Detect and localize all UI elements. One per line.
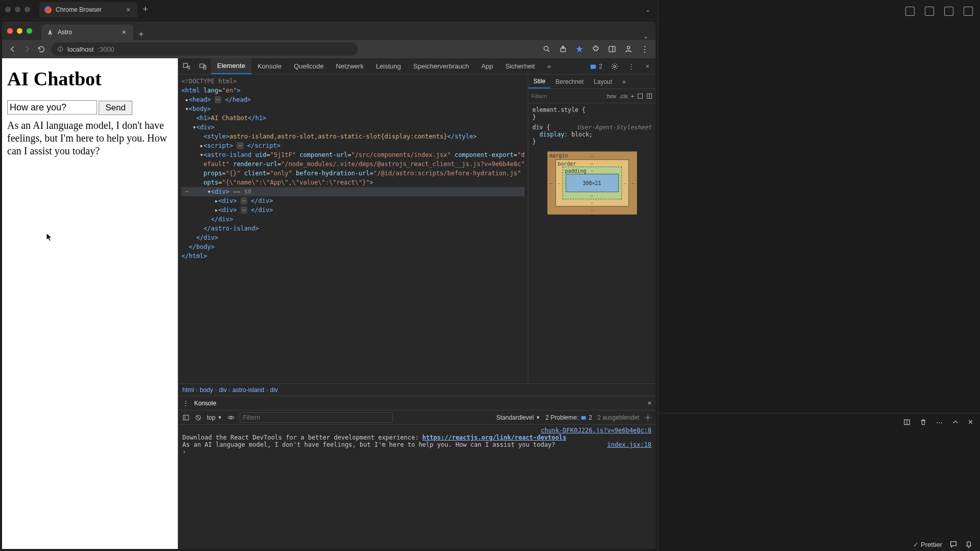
devtools-tab-elemente[interactable]: Elemente bbox=[211, 58, 251, 74]
outer-tabstrip: Chrome Browser × + ⌄ bbox=[0, 0, 658, 19]
astro-favicon-icon bbox=[46, 29, 54, 36]
console-sidebar-icon[interactable] bbox=[182, 414, 190, 421]
console-eye-icon[interactable] bbox=[227, 414, 235, 421]
devtools-tab-sicherheit[interactable]: Sicherheit bbox=[499, 58, 541, 74]
editor-panel-up-icon[interactable] bbox=[952, 419, 959, 426]
devtools-more-tabs-icon[interactable]: » bbox=[541, 58, 557, 74]
styles-filter-input[interactable] bbox=[531, 93, 602, 99]
devtools-settings-icon[interactable] bbox=[606, 58, 623, 74]
editor-layout-1-icon[interactable] bbox=[905, 7, 915, 16]
svg-rect-5 bbox=[609, 47, 615, 52]
styles-panel-icon[interactable] bbox=[646, 93, 652, 99]
console-filter-input[interactable] bbox=[240, 412, 393, 423]
extensions-icon[interactable] bbox=[591, 44, 600, 54]
styles-tab-berechnet[interactable]: Berechnet bbox=[550, 75, 589, 88]
console-drawer: ⋮ Konsole × bbox=[178, 396, 656, 549]
inner-traffic-lights[interactable] bbox=[7, 28, 32, 34]
dom-tree[interactable]: <!DOCTYPE html> <html lang="en"> ▸<head>… bbox=[178, 75, 528, 383]
svg-rect-14 bbox=[183, 415, 189, 420]
browser-tab[interactable]: Astro × bbox=[41, 25, 133, 40]
element-style-rule[interactable]: element.style { bbox=[532, 106, 651, 113]
div-rule-selector[interactable]: div { bbox=[532, 124, 550, 131]
outer-new-tab-button[interactable]: + bbox=[143, 4, 148, 15]
cls-toggle[interactable]: .cls bbox=[619, 93, 628, 99]
styles-tab-stile[interactable]: Stile bbox=[528, 75, 550, 88]
outer-tab-close-icon[interactable]: × bbox=[126, 6, 130, 14]
devtools-close-icon[interactable]: × bbox=[639, 58, 656, 74]
styles-more-icon[interactable]: » bbox=[617, 75, 631, 88]
styles-layout-icon[interactable] bbox=[637, 93, 643, 99]
console-context[interactable]: top▼ bbox=[207, 414, 222, 421]
tabs-dropdown-icon[interactable]: ⌄ bbox=[643, 33, 648, 40]
address-host: localhost bbox=[67, 45, 94, 53]
editor-panel-close-icon[interactable]: × bbox=[968, 418, 973, 427]
forward-button[interactable] bbox=[22, 44, 32, 54]
svg-rect-1 bbox=[60, 49, 61, 51]
editor-panel-split-icon[interactable] bbox=[903, 419, 911, 426]
console-drawer-menu-icon[interactable]: ⋮ bbox=[182, 399, 189, 407]
devtools-tab-app[interactable]: App bbox=[475, 58, 499, 74]
browser-toolbar: localhost:3000 bbox=[2, 40, 656, 58]
console-hidden[interactable]: 2 ausgeblendet bbox=[597, 414, 639, 421]
devtools-tab-konsole[interactable]: Konsole bbox=[251, 58, 288, 74]
console-row3-src[interactable]: index.jsx:18 bbox=[597, 441, 651, 448]
devtools-tab-quellcode[interactable]: Quellcode bbox=[288, 58, 330, 74]
console-drawer-close-icon[interactable]: × bbox=[647, 399, 651, 407]
dom-breadcrumb[interactable]: html body div astro-island div bbox=[178, 383, 656, 396]
editor-layout-4-icon[interactable] bbox=[964, 7, 973, 16]
chat-input[interactable] bbox=[7, 100, 97, 114]
console-row1-src[interactable]: chunk-DFK0J226.js?v=9e6b4e8c:8 bbox=[530, 427, 651, 434]
editor-layout-2-icon[interactable] bbox=[925, 7, 934, 16]
statusbar-prettier[interactable]: ✓ Prettier bbox=[913, 541, 942, 548]
bookmark-icon[interactable] bbox=[575, 44, 584, 54]
new-style-icon[interactable]: + bbox=[631, 93, 634, 99]
profile-icon[interactable] bbox=[624, 44, 633, 54]
outer-tabs-dropdown-icon[interactable]: ⌄ bbox=[645, 6, 650, 13]
hov-toggle[interactable]: :hov bbox=[605, 93, 616, 99]
console-clear-icon[interactable] bbox=[195, 414, 202, 421]
devtools-tab-speicher[interactable]: Speicherverbrauch bbox=[407, 58, 475, 74]
back-button[interactable] bbox=[8, 44, 17, 54]
editor-panel-more-icon[interactable]: ⋯ bbox=[936, 419, 943, 426]
editor-layout-3-icon[interactable] bbox=[944, 7, 953, 16]
svg-rect-12 bbox=[638, 94, 643, 98]
browser-tab-title: Astro bbox=[58, 29, 72, 36]
inspect-icon[interactable] bbox=[178, 58, 195, 74]
devtools-tab-leistung[interactable]: Leistung bbox=[370, 58, 407, 74]
svg-rect-10 bbox=[591, 64, 596, 68]
svg-rect-17 bbox=[581, 416, 586, 420]
send-button[interactable]: Send bbox=[99, 101, 132, 115]
console-drawer-tab[interactable]: Konsole bbox=[194, 400, 216, 407]
statusbar-feedback-icon[interactable] bbox=[949, 540, 958, 548]
devtools-menu-icon[interactable]: ⋮ bbox=[623, 58, 639, 74]
side-panel-icon[interactable] bbox=[608, 44, 617, 54]
new-tab-button[interactable]: + bbox=[138, 29, 144, 40]
box-model-diagram[interactable]: margin - - - - border - - bbox=[547, 151, 637, 215]
menu-icon[interactable]: ⋮ bbox=[640, 44, 649, 54]
statusbar-bell-icon[interactable] bbox=[965, 540, 973, 548]
page-content: AI Chatbot Send As an AI language model,… bbox=[2, 58, 178, 549]
outer-browser-tab[interactable]: Chrome Browser × bbox=[39, 2, 137, 17]
device-toggle-icon[interactable] bbox=[195, 58, 211, 74]
chat-response-text: As an AI language model, I don't have fe… bbox=[7, 119, 173, 157]
console-row2-link[interactable]: https://reactjs.org/link/react-devtools bbox=[423, 434, 567, 441]
site-info-icon[interactable] bbox=[57, 46, 63, 52]
console-settings-icon[interactable] bbox=[644, 414, 651, 421]
console-prompt[interactable]: › bbox=[182, 448, 186, 455]
browser-window: Astro × + ⌄ bbox=[2, 21, 656, 549]
svg-point-11 bbox=[614, 65, 616, 67]
editor-panel-trash-icon[interactable] bbox=[920, 419, 927, 426]
zoom-icon[interactable] bbox=[542, 44, 551, 54]
console-level[interactable]: Standardlevel▼ bbox=[496, 414, 540, 421]
browser-tab-close-icon[interactable]: × bbox=[122, 28, 126, 36]
console-problems[interactable]: 2 Probleme: 2 bbox=[546, 414, 592, 421]
address-bar[interactable]: localhost:3000 bbox=[51, 42, 358, 56]
address-rest: :3000 bbox=[98, 45, 114, 53]
devtools-tab-netzwerk[interactable]: Netzwerk bbox=[330, 58, 369, 74]
share-icon[interactable] bbox=[558, 44, 568, 54]
styles-tab-layout[interactable]: Layout bbox=[589, 75, 617, 88]
reload-button[interactable] bbox=[37, 44, 46, 54]
devtools-panel: Elemente Konsole Quellcode Netzwerk Leis… bbox=[178, 58, 656, 549]
devtools-issues-chip[interactable]: 2 bbox=[586, 58, 606, 74]
svg-rect-2 bbox=[60, 48, 61, 48]
